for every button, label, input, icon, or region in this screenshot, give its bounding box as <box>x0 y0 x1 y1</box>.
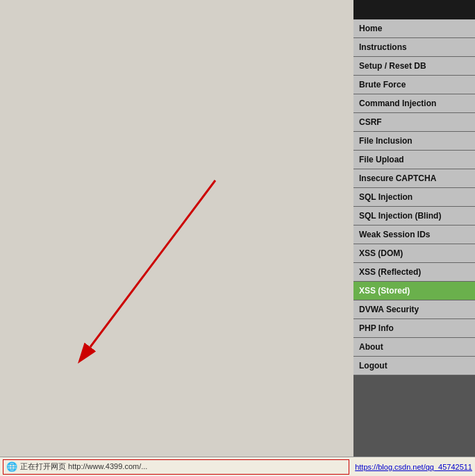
sidebar-item-home[interactable]: Home <box>353 19 475 38</box>
sidebar-item-command-injection[interactable]: Command Injection <box>353 94 475 113</box>
sidebar: HomeInstructionsSetup / Reset DBBrute Fo… <box>353 0 475 476</box>
sidebar-item-about[interactable]: About <box>353 338 475 357</box>
status-text: 正在打开网页 http://www.4399.com/... <box>20 461 147 472</box>
sidebar-item-instructions[interactable]: Instructions <box>353 38 475 57</box>
sidebar-item-xss-dom[interactable]: XSS (DOM) <box>353 244 475 263</box>
status-bar-url[interactable]: https://blog.csdn.net/qq_45742511 <box>355 463 472 471</box>
sidebar-item-file-upload[interactable]: File Upload <box>353 151 475 169</box>
status-icon: 🌐 <box>6 461 17 473</box>
sidebar-item-xss-reflected[interactable]: XSS (Reflected) <box>353 263 475 282</box>
nav-items-container: HomeInstructionsSetup / Reset DBBrute Fo… <box>353 19 475 375</box>
sidebar-header <box>353 0 475 19</box>
sidebar-item-dvwa-security[interactable]: DVWA Security <box>353 300 475 319</box>
status-bar-left: 🌐 正在打开网页 http://www.4399.com/... <box>3 459 349 475</box>
sidebar-item-sql-injection[interactable]: SQL Injection <box>353 188 475 207</box>
sidebar-item-setup-reset-db[interactable]: Setup / Reset DB <box>353 57 475 76</box>
sidebar-item-weak-session-ids[interactable]: Weak Session IDs <box>353 226 475 244</box>
sidebar-item-logout[interactable]: Logout <box>353 357 475 375</box>
sidebar-item-insecure-captcha[interactable]: Insecure CAPTCHA <box>353 169 475 188</box>
sidebar-item-file-inclusion[interactable]: File Inclusion <box>353 132 475 151</box>
sidebar-item-php-info[interactable]: PHP Info <box>353 319 475 338</box>
red-arrow <box>21 139 257 389</box>
sidebar-item-sql-injection-blind[interactable]: SQL Injection (Blind) <box>353 207 475 226</box>
content-area <box>0 0 353 476</box>
svg-line-1 <box>90 180 215 347</box>
sidebar-item-csrf[interactable]: CSRF <box>353 113 475 132</box>
sidebar-item-xss-stored[interactable]: XSS (Stored) <box>353 282 475 300</box>
status-bar: 🌐 正在打开网页 http://www.4399.com/... https:/… <box>0 457 475 476</box>
main-container: HomeInstructionsSetup / Reset DBBrute Fo… <box>0 0 475 476</box>
sidebar-item-brute-force[interactable]: Brute Force <box>353 76 475 94</box>
